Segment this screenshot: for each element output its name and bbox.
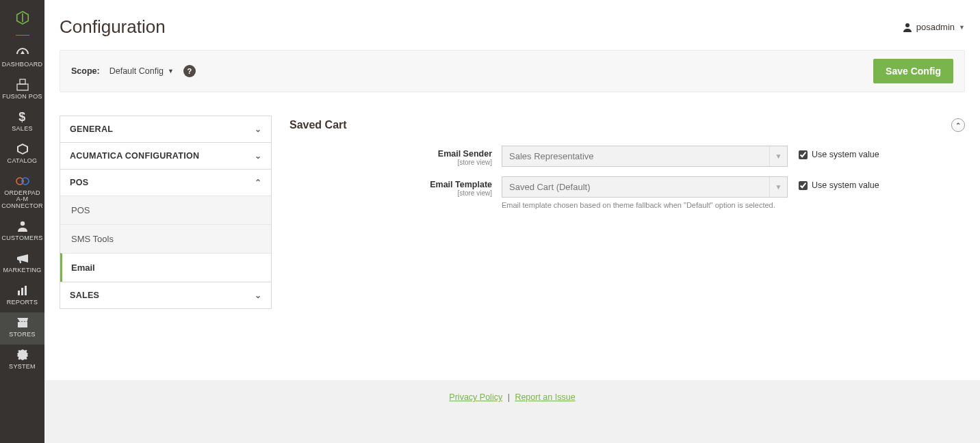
config-tab-label: SALES [70, 291, 99, 300]
sidebar-item-label: SALES [12, 126, 33, 133]
sidebar-item-dashboard[interactable]: DASHBOARD [0, 42, 44, 75]
field-scope-note: [store view] [289, 159, 492, 166]
scope-label: Scope: [71, 66, 100, 76]
sidebar-item-sales[interactable]: $ SALES [0, 107, 44, 139]
config-subtab-label: POS [71, 205, 90, 215]
svg-point-8 [905, 23, 910, 27]
field-row-email-sender: Email Sender [store view] Sales Represen… [289, 146, 965, 167]
app-logo[interactable] [0, 5, 44, 29]
sidebar-item-marketing[interactable]: MARKETING [0, 248, 44, 280]
config-tab-acumatica[interactable]: ACUMATICA CONFIGURATION ⌄ [60, 143, 271, 169]
chevron-down-icon: ⌄ [255, 151, 261, 161]
email-sender-select: Sales Representative ▼ [502, 146, 788, 167]
chevron-down-icon: ⌄ [255, 291, 261, 300]
use-system-checkbox[interactable] [799, 181, 808, 190]
magento-logo-icon [15, 10, 30, 25]
config-subtab-pos[interactable]: POS [60, 196, 271, 224]
use-system-label: Use system value [812, 150, 879, 159]
sidebar-item-customers[interactable]: CUSTOMERS [0, 216, 44, 248]
svg-point-4 [20, 222, 24, 226]
pos-icon [16, 79, 29, 91]
svg-rect-5 [18, 291, 20, 295]
save-config-button[interactable]: Save Config [873, 59, 953, 83]
scope-bar: Scope: Default Config ▼ ? Save Config [60, 50, 965, 92]
sidebar-item-label: MARKETING [3, 267, 41, 274]
config-panel: Saved Cart ⌃ Email Sender [store view] S… [289, 116, 965, 309]
main-area: Configuration posadmin ▼ Scope: Default … [44, 0, 980, 443]
caret-down-icon: ▼ [769, 177, 787, 197]
config-subtab-sms-tools[interactable]: SMS Tools [60, 224, 271, 253]
field-scope-note: [store view] [289, 189, 492, 197]
chevron-down-icon: ⌄ [255, 124, 261, 134]
field-label: Email Template [430, 180, 492, 189]
link-rings-icon [16, 175, 29, 187]
logo-underline [16, 35, 29, 36]
config-tabs: GENERAL ⌄ ACUMATICA CONFIGURATION ⌄ POS … [60, 116, 272, 309]
section-title: Saved Cart [289, 119, 347, 131]
config-subtab-email[interactable]: Email [60, 253, 271, 282]
sidebar-item-orderpad-connector[interactable]: ORDERPAD A-M CONNECTOR [0, 171, 44, 217]
user-icon [903, 23, 912, 32]
scope-selector[interactable]: Default Config ▼ [109, 66, 174, 76]
config-tab-label: GENERAL [70, 124, 113, 134]
sidebar-item-fusion-pos[interactable]: FUSION POS [0, 75, 44, 107]
caret-down-icon: ▼ [769, 146, 787, 166]
person-icon [18, 220, 27, 232]
svg-rect-0 [17, 84, 28, 90]
select-value: Sales Representative [502, 146, 601, 166]
footer-separator: | [508, 392, 510, 402]
select-value: Saved Cart (Default) [502, 177, 597, 197]
use-system-checkbox[interactable] [799, 150, 808, 159]
scope-value: Default Config [109, 66, 164, 76]
config-tab-label: POS [70, 178, 88, 187]
config-tab-pos[interactable]: POS ⌃ [60, 170, 271, 196]
gear-icon [17, 349, 28, 361]
config-tab-label: ACUMATICA CONFIGURATION [70, 151, 199, 161]
page-title: Configuration [60, 16, 166, 38]
megaphone-icon [17, 252, 28, 265]
sidebar-item-stores[interactable]: STORES [0, 312, 44, 345]
admin-sidebar: DASHBOARD FUSION POS $ SALES CATALOG ORD… [0, 0, 44, 443]
scope-help-icon[interactable]: ? [183, 65, 196, 77]
admin-user-menu[interactable]: posadmin ▼ [903, 22, 965, 32]
gauge-icon [16, 46, 29, 59]
page-footer: Privacy Policy | Report an Issue [44, 380, 980, 443]
sidebar-item-catalog[interactable]: CATALOG [0, 139, 44, 171]
privacy-policy-link[interactable]: Privacy Policy [449, 392, 502, 402]
sidebar-item-label: DASHBOARD [2, 62, 43, 68]
chevron-up-icon: ⌃ [955, 122, 961, 129]
sidebar-item-system[interactable]: SYSTEM [0, 345, 44, 377]
dollar-icon: $ [18, 111, 25, 123]
field-row-email-template: Email Template [store view] Saved Cart (… [289, 176, 965, 209]
sidebar-item-label: CATALOG [8, 158, 38, 165]
sidebar-item-label: FUSION POS [2, 94, 42, 100]
report-issue-link[interactable]: Report an Issue [515, 392, 575, 402]
sidebar-item-reports[interactable]: REPORTS [0, 280, 44, 312]
chevron-up-icon: ⌃ [255, 178, 261, 187]
svg-rect-7 [25, 286, 27, 295]
cube-icon [17, 143, 28, 155]
sidebar-item-label: STORES [9, 332, 36, 338]
admin-username: posadmin [916, 22, 955, 32]
page-header: Configuration posadmin ▼ [60, 0, 965, 50]
field-hint: Email template chosen based on theme fal… [502, 201, 788, 209]
svg-rect-1 [20, 79, 25, 84]
section-collapse-button[interactable]: ⌃ [951, 118, 965, 132]
sidebar-item-label: REPORTS [7, 299, 38, 306]
config-tab-general[interactable]: GENERAL ⌄ [60, 116, 271, 142]
config-subtab-label: SMS Tools [71, 234, 114, 244]
caret-down-icon: ▼ [959, 24, 965, 31]
sidebar-item-label: CUSTOMERS [1, 235, 42, 242]
use-system-value-toggle[interactable]: Use system value [799, 146, 879, 159]
use-system-label: Use system value [812, 180, 879, 190]
storefront-icon [17, 317, 28, 329]
svg-rect-6 [21, 288, 23, 295]
sidebar-item-label: SYSTEM [9, 364, 36, 371]
email-template-select: Saved Cart (Default) ▼ [502, 176, 788, 198]
config-tab-sales[interactable]: SALES ⌄ [60, 282, 271, 308]
config-subtab-label: Email [71, 263, 95, 273]
bar-chart-icon [17, 284, 28, 297]
field-label: Email Sender [438, 149, 492, 159]
use-system-value-toggle[interactable]: Use system value [799, 176, 879, 190]
caret-down-icon: ▼ [168, 68, 174, 75]
